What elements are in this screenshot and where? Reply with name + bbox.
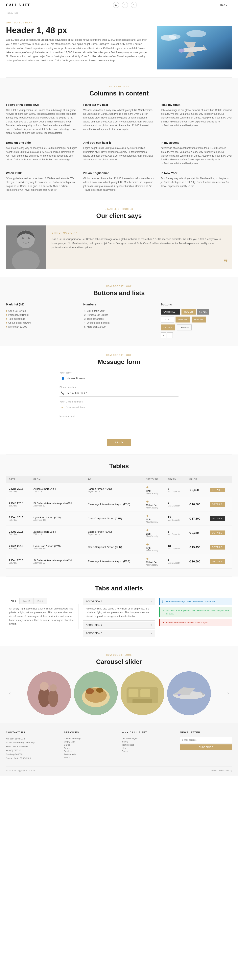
- to-cell-4: Caen-Carpiquet Airport (CFR): [85, 540, 143, 554]
- column-title-5: In my accent: [161, 141, 232, 144]
- tab-content: An empty flight, also called a ferry fli…: [6, 604, 79, 629]
- message-textarea[interactable]: [59, 418, 178, 434]
- from-cell-2: Lyon-Bron Airport (LYN) Altenrhein 110: [30, 511, 85, 526]
- seats-cell-0: 6 Max Capacity: [165, 483, 186, 497]
- quotes-section: EXAMPLE OF QUOTES Our client says STING,…: [0, 200, 238, 277]
- carousel-prev-button[interactable]: ‹: [6, 689, 14, 697]
- column-text-4: Logins no jet Cards. Just give us a call…: [83, 146, 155, 162]
- service-link-2[interactable]: Cargo: [64, 743, 116, 746]
- light-button[interactable]: LIGHT: [161, 317, 174, 323]
- details-button-row-5[interactable]: DETAILS: [209, 559, 225, 564]
- service-link-3[interactable]: Airport: [64, 746, 116, 749]
- accordion-header-2[interactable]: ACCORDION 3 ▼: [83, 630, 155, 637]
- send-button[interactable]: SEND: [107, 439, 131, 446]
- jet-icon: ✈: [146, 557, 149, 561]
- hover-button-2[interactable]: HOVER: [176, 317, 190, 323]
- carousel-next-button[interactable]: ›: [224, 689, 232, 697]
- jet-cell-0: ✈ Light Max Capacity: [143, 483, 165, 497]
- why-link-2[interactable]: Testimonials: [122, 743, 174, 746]
- email-input[interactable]: [59, 404, 178, 411]
- column-text-7: Global network of more than 12,000 licen…: [83, 177, 155, 192]
- column-text-0: Call a Jet is your personal Jet Broker. …: [6, 108, 77, 135]
- carousel-label: HOW DOES IT LOOK: [6, 654, 232, 656]
- subscribe-button[interactable]: SUBSCRIBE: [180, 745, 232, 750]
- breadcrumb-home[interactable]: Home: [6, 12, 12, 14]
- service-link-0[interactable]: Charter Bookings: [64, 737, 116, 740]
- details-button-row-0[interactable]: DETAILS: [209, 488, 225, 492]
- service-link-1[interactable]: Empty Legs: [64, 740, 116, 743]
- breadcrumb: Home / Typo: [0, 10, 238, 16]
- service-link-4[interactable]: Services: [64, 749, 116, 753]
- jet-icon: ✈: [146, 514, 149, 518]
- table-row: 2 Dec 2016 Saturday Lyon-Bron Airport (L…: [6, 540, 232, 554]
- footer-phone1: +0800 228 915 00 008: [6, 745, 58, 749]
- why-link-4[interactable]: Press: [122, 749, 174, 753]
- tab-item-1[interactable]: TAB 2: [20, 598, 33, 604]
- accordion-header-0[interactable]: ACCORDION 1 ▲: [83, 598, 155, 605]
- footer-copyright: © Call a Jet Copyright 2001-2016: [6, 770, 35, 772]
- details-button-1[interactable]: DETAILS: [161, 325, 175, 331]
- tabs-alerts-section: Tabs and allerts TAB 1 TAB 2 TAB 3 An em…: [0, 577, 238, 646]
- why-link-0[interactable]: Our advantages: [122, 737, 174, 740]
- twitter-icon[interactable]: t: [131, 2, 137, 8]
- why-link-1[interactable]: Safety: [122, 740, 174, 743]
- details-button-row-3[interactable]: DETAILS: [209, 530, 225, 535]
- list-item: Call a Jet is your: [87, 309, 155, 313]
- accordion-header-1[interactable]: ACCORDION 2 ▼: [83, 622, 155, 628]
- hover-button-1[interactable]: HOVER: [181, 309, 196, 315]
- tab-item-2[interactable]: TAB 3: [33, 598, 47, 604]
- carousel-item-3: [167, 671, 211, 715]
- svg-rect-29: [132, 699, 152, 703]
- column-title-7: I'm an Englishman: [83, 171, 155, 175]
- buttons-col-title: Buttons: [161, 303, 232, 306]
- tab-list: TAB 1 TAB 2 TAB 3: [6, 598, 79, 604]
- list-item: More than 12,000: [6, 325, 77, 329]
- bullet-icon: [6, 326, 7, 328]
- svg-rect-28: [140, 689, 150, 697]
- details-button-row-1[interactable]: DETAILS: [209, 502, 225, 507]
- date-cell-0: 2 Dec 2016 Saturday: [6, 483, 30, 497]
- list-item: Of our global network: [87, 321, 155, 325]
- footer-why: Why Call a Jet Our advantages Safety Tes…: [122, 731, 174, 760]
- contrast-button[interactable]: CONTRAST: [161, 309, 180, 315]
- small-button[interactable]: SMALL: [197, 309, 209, 315]
- column-title-2: I like my toast: [161, 103, 232, 107]
- quote-mark: ❞: [224, 258, 228, 267]
- column-item-0: I don't drink coffee (h2) Call a Jet is …: [6, 103, 77, 135]
- email-icon: ✉: [61, 406, 63, 409]
- breadcrumb-current: Typo: [13, 12, 18, 14]
- columns-grid: I don't drink coffee (h2) Call a Jet is …: [6, 103, 232, 192]
- tabs-alerts-title: Tabs and allerts: [6, 585, 232, 592]
- footer-phone3: Contact 149 175 8049514: [6, 757, 58, 760]
- menu-button[interactable]: MENU: [220, 3, 232, 6]
- date-cell-2: 2 Dec 2016 Saturday: [6, 511, 30, 526]
- carousel-title: Carousel slider: [6, 658, 232, 665]
- svg-point-19: [49, 684, 57, 691]
- columns-section: TEXT COLUMNS Columns in content I don't …: [0, 78, 238, 200]
- phone-input[interactable]: [59, 390, 178, 396]
- numbers-col: Numbers Call a Jet is your Personal Jet …: [83, 303, 155, 338]
- details-button-row-2[interactable]: DETAILS: [209, 516, 225, 521]
- service-link-5[interactable]: Testimonials: [64, 753, 116, 756]
- nav-arrows: ‹ ›: [161, 332, 232, 338]
- tab-item-0[interactable]: TAB 1: [6, 598, 20, 604]
- details-button-row-4[interactable]: DETAILS: [209, 545, 225, 550]
- service-link-6[interactable]: About: [64, 756, 116, 759]
- action-cell-3: DETAILS: [207, 526, 232, 540]
- footer-services-title: Services: [64, 731, 116, 734]
- next-arrow-button[interactable]: ›: [167, 332, 173, 338]
- action-cell-1: DETAILS: [207, 497, 232, 511]
- name-input[interactable]: [59, 375, 178, 382]
- price-cell-3: € 2,350: [186, 526, 207, 540]
- facebook-icon[interactable]: f: [122, 2, 128, 8]
- details-button-2[interactable]: DETAILS: [177, 325, 192, 331]
- table-wrapper: DATE FROM TO JET TYPE SEATS PRICE 2 Dec …: [6, 476, 232, 569]
- newsletter-input[interactable]: [180, 737, 232, 743]
- prev-arrow-button[interactable]: ‹: [161, 332, 166, 338]
- why-link-3[interactable]: Blog: [122, 746, 174, 749]
- phone-icon[interactable]: 📞: [113, 2, 119, 8]
- date-cell-3: 2 Dec 2016 Saturday: [6, 526, 30, 540]
- flights-table: DATE FROM TO JET TYPE SEATS PRICE 2 Dec …: [6, 476, 232, 569]
- hero-title: Header 1, 48 px: [6, 26, 149, 35]
- hover-button-3[interactable]: HOVER: [192, 317, 206, 323]
